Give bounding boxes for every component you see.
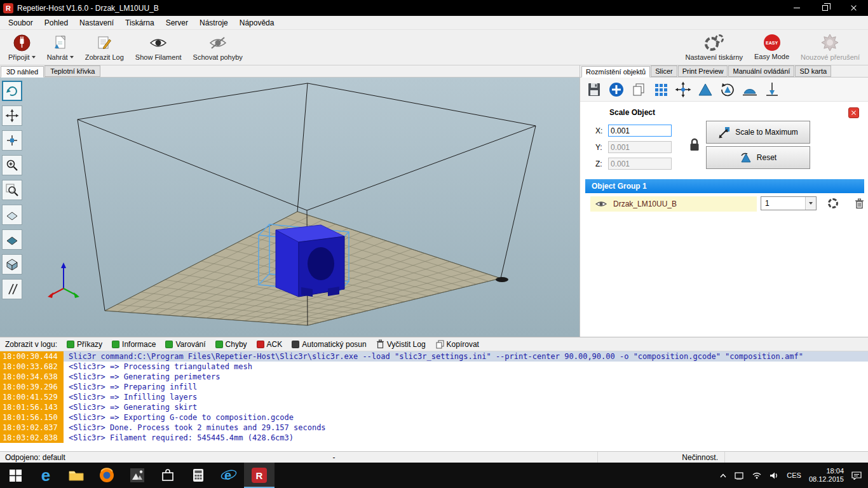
volume-icon[interactable] (770, 471, 779, 480)
log-row[interactable]: 18:01:56.143<Slic3r> => Generating skirt (0, 402, 868, 412)
add-object-button[interactable] (607, 80, 626, 99)
copy-objects-button[interactable] (629, 80, 648, 99)
object-settings-button[interactable] (828, 198, 838, 208)
autoposition-button[interactable] (651, 80, 670, 99)
scale-object-button[interactable] (696, 80, 715, 99)
connect-dropdown-icon[interactable] (32, 56, 36, 58)
printer-settings-button[interactable]: Nastavení tiskárny (680, 30, 749, 65)
filter-commands[interactable]: Příkazy (67, 340, 102, 349)
tab-manual-control[interactable]: Manuální ovládání (728, 65, 794, 77)
filter-autoscroll[interactable]: Automatický posun (292, 340, 366, 349)
internet-explorer-taskbar-button[interactable]: e (214, 463, 244, 488)
visibility-eye-icon[interactable] (595, 200, 607, 208)
load-button[interactable]: Nahrát (41, 30, 79, 65)
restore-button[interactable] (811, 0, 839, 16)
copies-dropdown[interactable]: 1 (761, 196, 817, 210)
filter-errors[interactable]: Chyby (215, 340, 247, 349)
scale-to-maximum-button[interactable]: Scale to Maximum (706, 121, 810, 144)
save-button[interactable] (585, 80, 604, 99)
taskbar-clock[interactable]: 18:04 08.12.2015 (809, 467, 844, 484)
3d-viewport[interactable] (0, 78, 580, 337)
view-top-button[interactable] (2, 205, 22, 225)
log-row[interactable]: 18:00:33.682<Slic3r> => Processing trian… (0, 362, 868, 372)
emergency-stop-button[interactable]: Nouzové přerušení (795, 30, 865, 65)
store-taskbar-button[interactable] (153, 463, 183, 488)
filter-warnings[interactable]: Varování (165, 340, 205, 349)
start-button[interactable] (0, 463, 31, 488)
edge-taskbar-button[interactable]: e (31, 463, 61, 488)
menu-nastaveni[interactable]: Nastavení (74, 16, 119, 29)
scale-panel-close-button[interactable] (848, 107, 859, 118)
tab-temperature-curve[interactable]: Teplotní křivka (44, 65, 100, 77)
move-object-button[interactable] (2, 130, 22, 151)
rotate-object-button[interactable] (718, 80, 737, 99)
menu-napoveda[interactable]: Nápověda (234, 16, 280, 29)
log-row[interactable]: 18:03:02.838<Slic3r> Filament required: … (0, 433, 868, 443)
log-row[interactable]: 18:00:39.296<Slic3r> => Preparing infill (0, 382, 868, 392)
view-tab-strip: 3D náhled Teplotní křivka (0, 65, 580, 78)
file-explorer-taskbar-button[interactable] (61, 463, 92, 488)
view-iso-button[interactable] (2, 229, 22, 250)
reset-scale-button[interactable]: Reset (706, 146, 810, 169)
delete-object-button[interactable] (855, 198, 864, 212)
trash-icon (855, 198, 864, 209)
load-dropdown-icon[interactable] (70, 56, 74, 58)
view-front-button[interactable] (2, 254, 22, 274)
hidden-icons-chevron-icon[interactable] (719, 473, 727, 478)
lock-aspect-button[interactable] (688, 137, 701, 155)
clear-log-button[interactable]: Vyčistit Log (376, 339, 426, 349)
scale-z-input[interactable] (608, 158, 672, 170)
tab-sd-card[interactable]: SD karta (795, 65, 831, 77)
calculator-taskbar-button[interactable] (183, 463, 214, 488)
show-filament-button[interactable]: Show Filament (130, 30, 187, 65)
easy-mode-button[interactable]: EASY Easy Mode (749, 30, 795, 65)
filter-info[interactable]: Informace (112, 340, 156, 349)
network-icon[interactable] (752, 471, 762, 479)
window-title: Repetier-Host V1.6.0 - Drzak_LM10UU_B (17, 4, 159, 13)
move-view-button[interactable] (2, 105, 22, 126)
menu-nastroje[interactable]: Nástroje (194, 16, 234, 29)
dropdown-chevron-icon[interactable] (805, 197, 816, 210)
scale-x-input[interactable] (608, 125, 672, 137)
parallel-projection-button[interactable] (2, 279, 22, 299)
action-center-icon[interactable] (851, 471, 862, 480)
copy-log-button[interactable]: Kopírovat (435, 339, 479, 349)
zoom-in-button[interactable] (2, 155, 22, 175)
menu-tiskarna[interactable]: Tiskárna (119, 16, 160, 29)
log-row[interactable]: 18:01:56.150<Slic3r> => Exporting G-code… (0, 412, 868, 423)
log-row[interactable]: 18:03:02.837<Slic3r> Done. Process took … (0, 423, 868, 433)
log-row[interactable]: 18:00:30.444Slic3r command:C:\Program Fi… (0, 351, 868, 362)
tab-print-preview[interactable]: Print Preview (678, 65, 728, 77)
zoom-fit-button[interactable] (2, 180, 22, 200)
tab-3d-preview[interactable]: 3D náhled (1, 66, 44, 78)
menu-soubor[interactable]: Soubor (3, 16, 39, 29)
system-tray-icon[interactable] (735, 471, 744, 480)
language-indicator[interactable]: CES (787, 471, 801, 479)
show-log-button[interactable]: Zobrazit Log (79, 30, 130, 65)
lay-flat-button[interactable] (740, 80, 759, 99)
center-object-button[interactable] (674, 80, 693, 99)
system-tray: CES 18:04 08.12.2015 (719, 463, 868, 488)
tab-object-placement[interactable]: Rozmístění objektů (581, 66, 650, 78)
scale-y-input[interactable] (608, 141, 672, 153)
repetier-host-taskbar-button[interactable]: R (244, 463, 275, 488)
model-drzak[interactable] (276, 225, 344, 297)
menu-server[interactable]: Server (160, 16, 194, 29)
log-row[interactable]: 18:00:34.638<Slic3r> => Generating perim… (0, 372, 868, 382)
hide-moves-button[interactable]: Schovat pohyby (187, 30, 248, 65)
connect-button[interactable]: Připojit (3, 30, 41, 65)
firefox-taskbar-button[interactable] (92, 463, 122, 488)
minimize-button[interactable] (782, 0, 811, 16)
object-group-header[interactable]: Object Group 1 (585, 179, 864, 193)
move-view-icon (5, 109, 19, 123)
log-row[interactable]: 18:00:41.529<Slic3r> => Infilling layers (0, 392, 868, 402)
close-button[interactable] (839, 0, 868, 16)
measure-button[interactable] (763, 80, 782, 99)
menu-pohled[interactable]: Pohled (39, 16, 74, 29)
object-list-row[interactable]: Drzak_LM10UU_B 1 (585, 196, 864, 212)
tab-slicer[interactable]: Slicer (651, 65, 677, 77)
photos-taskbar-button[interactable] (122, 463, 153, 488)
filter-ack[interactable]: ACK (257, 340, 283, 349)
selected-object-cell[interactable]: Drzak_LM10UU_B (590, 196, 757, 212)
rotate-view-button[interactable] (2, 81, 22, 101)
